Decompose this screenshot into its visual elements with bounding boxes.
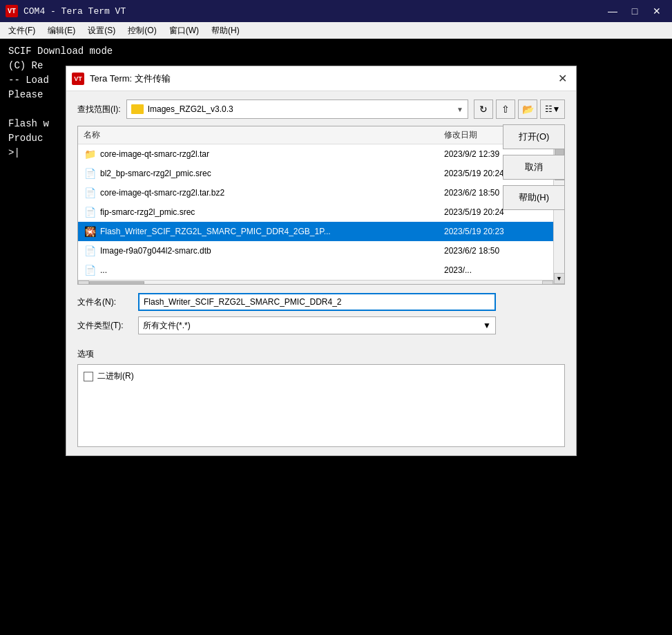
file-row[interactable]: 📄 core-image-qt-smarc-rzg2l.tar.bz2 2023… xyxy=(78,183,553,202)
file-list-main: 名称 修改日期 📁 core-image-qt-smarc-rzg2l.tar … xyxy=(78,126,553,284)
flash-writer-icon: 🎇 xyxy=(84,225,96,238)
file-name: Image-r9a07g044l2-smarc.dtb xyxy=(100,246,444,256)
file-doc-icon: 📄 xyxy=(84,245,96,257)
filename-row: 文件名(N): xyxy=(77,293,565,311)
terminal-line-1: SCIF Download mode xyxy=(8,44,664,59)
menu-file[interactable]: 文件(F) xyxy=(3,23,41,38)
folder-dropdown-text: Images_RZG2L_v3.0.3 xyxy=(148,104,452,114)
terminal-icon: VT xyxy=(6,5,18,17)
lookup-row: 查找范围(I): Images_RZG2L_v3.0.3 ▼ ↻ ⇧ 📂 ☷▼ xyxy=(77,99,565,119)
chevron-down-icon: ▼ xyxy=(483,321,491,330)
file-transfer-dialog: VT Tera Term: 文件传输 ✕ 查找范围(I): Images_RZG… xyxy=(66,66,577,456)
lookup-label: 查找范围(I): xyxy=(77,104,121,115)
binary-label: 二进制(R) xyxy=(97,370,134,382)
terminal-close-button[interactable]: ✕ xyxy=(647,3,666,19)
filename-label: 文件名(N): xyxy=(77,296,133,308)
file-date: 2023/5/19 20:23 xyxy=(444,227,548,236)
binary-checkbox-row: 二进制(R) xyxy=(84,370,559,382)
terminal-menubar: 文件(F) 编辑(E) 设置(S) 控制(O) 窗口(W) 帮助(H) xyxy=(0,22,672,39)
horizontal-scrollbar[interactable]: ◀ ▶ xyxy=(78,280,553,284)
folder-dropdown[interactable]: Images_RZG2L_v3.0.3 ▼ xyxy=(126,99,468,119)
action-buttons: 打开(O) 取消 帮助(H) xyxy=(503,124,565,210)
cancel-button[interactable]: 取消 xyxy=(503,155,565,180)
file-row[interactable]: 📄 fip-smarc-rzg2l_pmic.srec 2023/5/19 20… xyxy=(78,202,553,222)
file-doc-icon: 📄 xyxy=(84,187,96,199)
file-doc-icon: 📄 xyxy=(84,167,96,180)
options-label: 选项 xyxy=(77,348,565,360)
file-doc-icon: 📄 xyxy=(84,206,96,218)
dialog-close-button[interactable]: ✕ xyxy=(554,70,570,87)
filetype-label: 文件类型(T): xyxy=(77,320,133,332)
terminal-minimize-button[interactable]: — xyxy=(603,3,622,19)
nav-up-button[interactable]: ⇧ xyxy=(496,99,515,119)
options-box: 二进制(R) xyxy=(77,364,565,447)
file-name: Flash_Writer_SCIF_RZG2L_SMARC_PMIC_DDR4_… xyxy=(100,227,444,236)
dialog-body: 查找范围(I): Images_RZG2L_v3.0.3 ▼ ↻ ⇧ 📂 ☷▼ … xyxy=(66,91,576,348)
scroll-track xyxy=(89,281,542,284)
file-list-header: 名称 修改日期 xyxy=(78,126,553,144)
file-name: bl2_bp-smarc-rzg2l_pmic.srec xyxy=(100,169,444,178)
options-section: 选项 二进制(R) xyxy=(66,348,576,455)
file-row[interactable]: 📄 bl2_bp-smarc-rzg2l_pmic.srec 2023/5/19… xyxy=(78,164,553,183)
file-name: fip-smarc-rzg2l_pmic.srec xyxy=(100,207,444,217)
folder-icon: 📁 xyxy=(84,148,96,160)
file-doc-icon: 📄 xyxy=(84,264,96,276)
column-name: 名称 xyxy=(84,129,444,141)
terminal-window-buttons: — □ ✕ xyxy=(603,3,666,19)
help-button[interactable]: 帮助(H) xyxy=(503,185,565,210)
scroll-thumb[interactable] xyxy=(89,281,144,284)
menu-edit[interactable]: 编辑(E) xyxy=(42,23,81,38)
scroll-down-arrow[interactable]: ▼ xyxy=(554,273,565,284)
terminal-title: COM4 - Tera Term VT xyxy=(23,6,597,17)
nav-back-button[interactable]: ↻ xyxy=(474,99,493,119)
folder-icon xyxy=(131,104,144,114)
nav-buttons: ↻ ⇧ 📂 ☷▼ xyxy=(474,99,565,119)
file-row[interactable]: 📁 core-image-qt-smarc-rzg2l.tar 2023/9/2… xyxy=(78,144,553,164)
filetype-row: 文件类型(T): 所有文件(*.*) ▼ xyxy=(77,316,565,334)
dialog-titlebar: VT Tera Term: 文件传输 ✕ xyxy=(66,66,576,91)
file-date: 2023/... xyxy=(444,265,548,275)
menu-help[interactable]: 帮助(H) xyxy=(206,23,245,38)
terminal-maximize-button[interactable]: □ xyxy=(625,3,644,19)
file-name: core-image-qt-smarc-rzg2l.tar xyxy=(100,149,444,159)
scroll-right-arrow[interactable]: ▶ xyxy=(542,281,553,285)
scroll-left-arrow[interactable]: ◀ xyxy=(78,281,89,285)
file-name: core-image-qt-smarc-rzg2l.tar.bz2 xyxy=(100,188,444,198)
menu-window[interactable]: 窗口(W) xyxy=(164,23,204,38)
filename-input[interactable] xyxy=(138,293,496,311)
nav-view-button[interactable]: ☷▼ xyxy=(540,99,565,119)
terminal-titlebar: VT COM4 - Tera Term VT — □ ✕ xyxy=(0,0,672,22)
menu-control[interactable]: 控制(O) xyxy=(122,23,162,38)
file-name: ... xyxy=(100,265,444,275)
file-row[interactable]: 📄 ... 2023/... xyxy=(78,260,553,280)
file-row-selected[interactable]: 🎇 Flash_Writer_SCIF_RZG2L_SMARC_PMIC_DDR… xyxy=(78,222,553,241)
file-date: 2023/6/2 18:50 xyxy=(444,246,548,256)
dialog-icon: VT xyxy=(72,73,84,85)
file-list-area: 名称 修改日期 📁 core-image-qt-smarc-rzg2l.tar … xyxy=(77,126,565,285)
filetype-value: 所有文件(*.*) xyxy=(143,320,191,332)
file-row[interactable]: 📄 Image-r9a07g044l2-smarc.dtb 2023/6/2 1… xyxy=(78,241,553,260)
dialog-title: Tera Term: 文件传输 xyxy=(90,73,548,85)
nav-new-folder-button[interactable]: 📂 xyxy=(518,99,537,119)
chevron-down-icon: ▼ xyxy=(457,106,463,113)
open-button[interactable]: 打开(O) xyxy=(503,124,565,149)
filetype-dropdown[interactable]: 所有文件(*.*) ▼ xyxy=(138,316,496,334)
menu-settings[interactable]: 设置(S) xyxy=(82,23,121,38)
binary-checkbox[interactable] xyxy=(84,372,93,381)
